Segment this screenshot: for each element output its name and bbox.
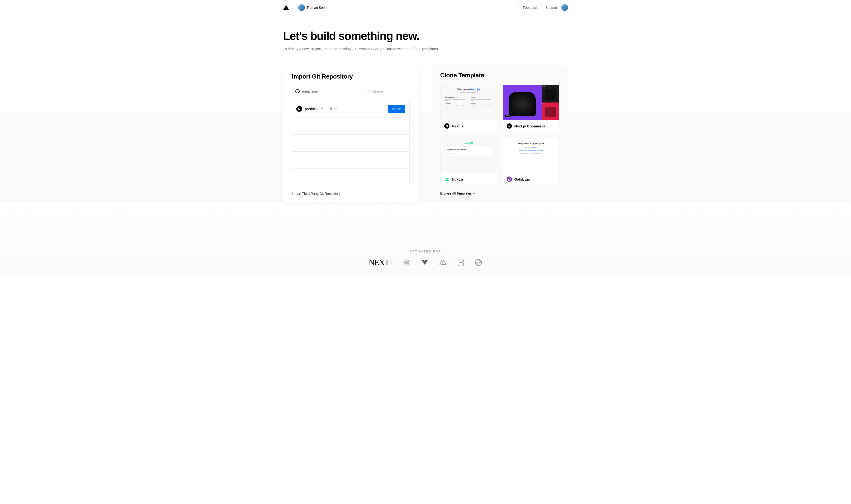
svg-point-0 xyxy=(367,90,369,92)
search-icon xyxy=(366,89,370,93)
template-card-gatsby[interactable]: Gatsby + Node.js (TypeScript) API Deploy… xyxy=(503,138,559,185)
framework-logos-row: NEXT.JS xyxy=(0,258,851,267)
nextjs-logo-icon: NEXT.JS xyxy=(369,258,393,267)
template-name: Gatsby.js xyxy=(514,177,530,181)
svg-point-5 xyxy=(404,261,410,264)
template-thumb: ACME T-Shirt Beanie xyxy=(503,85,559,120)
clone-panel: Clone Template Welcome to Next.js! Get s… xyxy=(432,65,568,202)
repo-row-empty xyxy=(292,134,409,151)
repo-list: N portfolio · 1d ago Import xyxy=(292,100,410,186)
clone-title: Clone Template xyxy=(440,72,559,79)
git-account-label: romansorin xyxy=(302,89,319,93)
nextjs-icon: N xyxy=(507,123,512,129)
gatsby-logo-icon xyxy=(475,259,482,266)
chevron-down-icon: ⌄ xyxy=(354,90,357,93)
import-third-party-link[interactable]: Import Third-Party Git Repository → xyxy=(292,192,410,196)
svg-rect-2 xyxy=(321,109,323,110)
svg-point-4 xyxy=(406,262,407,263)
vue-logo-icon xyxy=(421,259,429,266)
nextjs-icon: N xyxy=(296,106,302,112)
repo-meta: · 1d ago xyxy=(326,107,338,111)
gatsby-icon xyxy=(507,177,512,182)
account-avatar-icon xyxy=(298,4,305,11)
breadcrumb-slash: / xyxy=(293,5,294,11)
template-name: Next.js xyxy=(452,124,464,128)
page-subtitle: To deploy a new Project, import an exist… xyxy=(283,47,568,51)
selector-updown-icon: ⌃⌄ xyxy=(329,6,331,9)
svg-point-6 xyxy=(404,259,410,266)
svg-point-7 xyxy=(404,259,410,266)
template-card-nuxt[interactable]: ▲ NuxtJS Welcome to your Nuxt Applicatio… xyxy=(440,138,497,185)
template-card-nextjs[interactable]: Welcome to Next.js! Get started by editi… xyxy=(440,85,497,132)
import-title: Import Git Repository xyxy=(292,73,410,80)
repo-name: portfolio xyxy=(305,107,317,111)
browse-all-link[interactable]: Browse All Templates → xyxy=(440,192,559,195)
import-button[interactable]: Import xyxy=(388,105,405,113)
nuxt-icon xyxy=(444,177,450,182)
svelte-logo-icon xyxy=(457,259,464,266)
repo-row-empty xyxy=(292,169,409,186)
nuxt-logo-icon xyxy=(439,259,447,265)
template-thumb: ▲ NuxtJS Welcome to your Nuxt Applicatio… xyxy=(440,138,497,173)
template-name: Nuxt.js xyxy=(452,177,464,181)
lock-icon xyxy=(320,107,324,110)
feedback-button[interactable]: Feedback xyxy=(519,4,541,12)
import-panel: Import Git Repository romansorin ⌄ xyxy=(283,65,418,202)
github-icon xyxy=(295,89,300,93)
user-avatar-icon[interactable] xyxy=(561,4,568,11)
repo-row-empty xyxy=(292,151,409,169)
git-account-select[interactable]: romansorin ⌄ xyxy=(292,86,360,97)
account-selector[interactable]: Roman Sorin ⌃⌄ xyxy=(298,4,331,11)
template-name: Next.js Commerce xyxy=(514,124,545,128)
repo-row: N portfolio · 1d ago Import xyxy=(292,101,409,118)
account-name: Roman Sorin xyxy=(307,6,327,10)
nextjs-icon: N xyxy=(444,123,450,129)
react-logo-icon xyxy=(403,259,411,266)
page-title: Let's build something new. xyxy=(283,30,568,42)
repo-search-box[interactable] xyxy=(363,86,417,97)
support-link[interactable]: Support xyxy=(545,6,557,10)
template-card-commerce[interactable]: ACME T-Shirt Beanie N Next.js Commerce xyxy=(503,85,559,132)
template-thumb: Welcome to Next.js! Get started by editi… xyxy=(440,85,497,120)
svg-point-8 xyxy=(475,259,482,266)
repo-row-empty xyxy=(292,118,409,134)
template-thumb: Gatsby + Node.js (TypeScript) API Deploy… xyxy=(503,138,559,173)
svg-line-1 xyxy=(369,92,369,93)
vercel-logo-icon[interactable] xyxy=(283,5,289,10)
optimized-label: OPTIMIZED FOR xyxy=(0,250,851,253)
repo-search-input[interactable] xyxy=(372,89,414,93)
